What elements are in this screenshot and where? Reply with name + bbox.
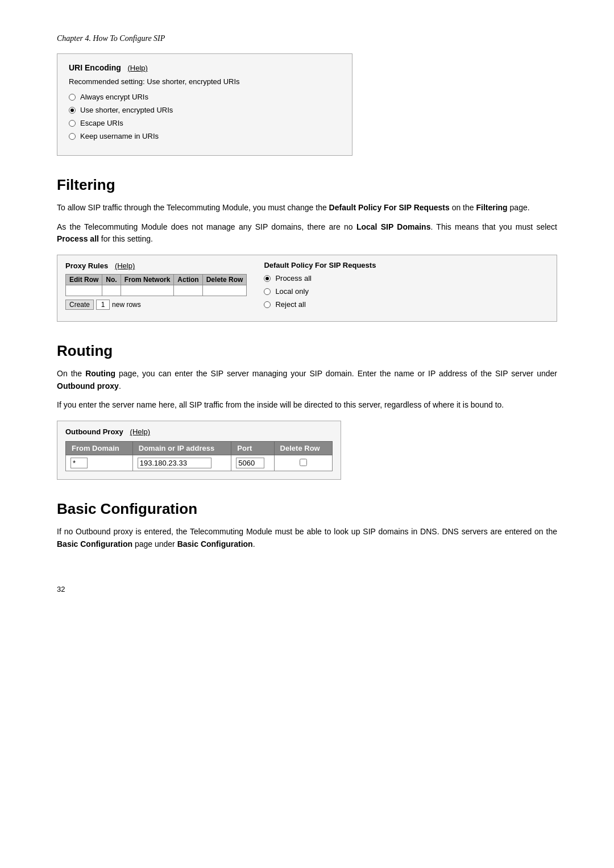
outbound-delete-cell [274,455,332,471]
proxy-rules-help[interactable]: (Help) [115,261,135,270]
proxy-col-delete: Delete Row [202,275,247,285]
proxy-rules-table: Edit Row No. From Network Action Delete … [65,274,247,296]
outbound-proxy-title: Outbound Proxy [65,427,123,436]
uri-radio-0[interactable] [69,94,76,101]
uri-radio-2[interactable] [69,120,76,127]
outbound-proxy-table: From Domain Domain or IP address Port De… [65,441,333,471]
uri-option-label-0: Always encrypt URIs [80,93,148,101]
uri-encoding-box: URI Encoding (Help) Recommended setting:… [57,53,352,156]
proxy-rules-right: Default Policy For SIP Requests Process … [264,261,549,313]
chapter-header: Chapter 4. How To Configure SIP [57,34,557,43]
proxy-col-edit: Edit Row [66,275,102,285]
proxy-col-action: Action [174,275,202,285]
outbound-row [66,455,333,471]
policy-radio-0[interactable] [264,275,271,282]
proxy-create-row: Create new rows [65,300,247,310]
uri-option-label-2: Escape URIs [80,119,123,127]
policy-radio-1[interactable] [264,288,271,295]
proxy-empty-row [66,285,247,296]
outbound-domain-ip-input[interactable] [138,458,211,468]
routing-para1: On the Routing page, you can enter the S… [57,368,557,392]
outbound-col-domain-ip: Domain or IP address [132,442,231,455]
policy-option-label-2: Reject all [275,300,305,309]
uri-option-label-1: Use shorter, encrypted URIs [80,106,173,114]
uri-encoding-subtitle: Recommended setting: Use shorter, encryp… [69,77,341,86]
page-number: 32 [57,585,557,593]
outbound-from-domain-input[interactable] [70,458,88,468]
basic-config-para: If no Outbound proxy is entered, the Tel… [57,526,557,550]
outbound-port-input[interactable] [236,458,264,468]
proxy-col-from: From Network [121,275,174,285]
outbound-col-port: Port [231,442,274,455]
outbound-from-domain-cell [66,455,133,471]
policy-option-label-0: Process all [275,274,312,283]
uri-option-1[interactable]: Use shorter, encrypted URIs [69,106,341,114]
uri-radio-3[interactable] [69,133,76,140]
outbound-proxy-help[interactable]: (Help) [130,427,150,436]
proxy-rules-box: Proxy Rules (Help) Edit Row No. From Net… [57,255,557,322]
outbound-proxy-box: Outbound Proxy (Help) From Domain Domain… [57,421,341,480]
filtering-para2: As the Telecommuting Module does not man… [57,221,557,246]
uri-option-label-3: Keep username in URIs [80,132,159,140]
default-policy-title: Default Policy For SIP Requests [264,261,549,269]
filtering-heading: Filtering [57,176,557,194]
uri-option-0[interactable]: Always encrypt URIs [69,93,341,101]
basic-config-heading: Basic Configuration [57,500,557,518]
policy-option-2[interactable]: Reject all [264,300,549,309]
proxy-new-rows-label: new rows [112,301,141,309]
proxy-create-input[interactable] [96,300,110,310]
policy-option-0[interactable]: Process all [264,274,549,283]
routing-heading: Routing [57,342,557,360]
proxy-create-button[interactable]: Create [65,300,94,310]
uri-option-3[interactable]: Keep username in URIs [69,132,341,140]
uri-encoding-title: URI Encoding [69,63,121,72]
proxy-rules-title: Proxy Rules [65,261,108,270]
outbound-port-cell [231,455,274,471]
proxy-rules-left: Proxy Rules (Help) Edit Row No. From Net… [65,261,247,310]
uri-encoding-help[interactable]: (Help) [128,64,148,72]
outbound-col-delete: Delete Row [274,442,332,455]
policy-radio-2[interactable] [264,301,271,308]
outbound-domain-ip-cell [132,455,231,471]
uri-option-2[interactable]: Escape URIs [69,119,341,127]
policy-option-label-1: Local only [275,287,309,296]
uri-radio-1[interactable] [69,107,76,114]
outbound-col-from-domain: From Domain [66,442,133,455]
outbound-delete-checkbox[interactable] [300,459,307,466]
routing-para2: If you enter the server name here, all S… [57,399,557,412]
filtering-para1: To allow SIP traffic through the Telecom… [57,202,557,214]
proxy-col-no: No. [102,275,121,285]
policy-option-1[interactable]: Local only [264,287,549,296]
